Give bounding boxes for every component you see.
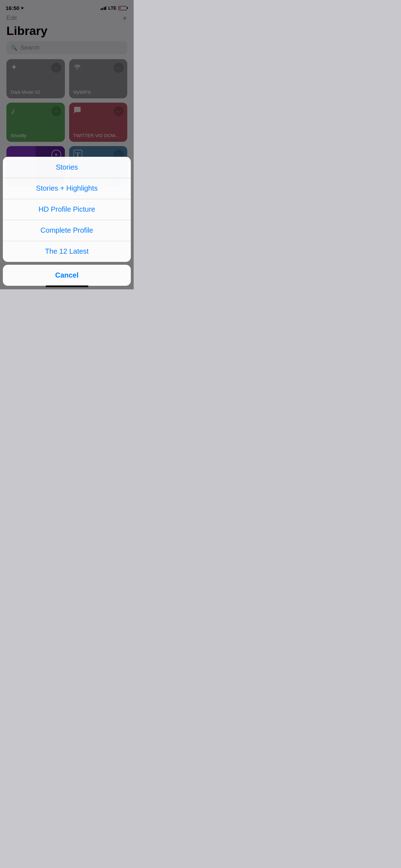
action-12-latest[interactable]: The 12 Latest [3, 241, 131, 262]
action-hd-profile[interactable]: HD Profile Picture [3, 199, 131, 220]
action-label-complete-profile: Complete Profile [41, 226, 93, 234]
cancel-label: Cancel [55, 271, 79, 279]
action-label-stories-highlights: Stories + Highlights [36, 184, 98, 192]
home-indicator [46, 285, 88, 287]
cancel-sheet: Cancel [3, 265, 131, 286]
action-stories[interactable]: Stories [3, 157, 131, 178]
action-label-hd-profile: HD Profile Picture [38, 205, 95, 213]
action-label-12-latest: The 12 Latest [45, 247, 88, 255]
bottom-sheet-container: Stories Stories + Highlights HD Profile … [0, 157, 134, 289]
action-complete-profile[interactable]: Complete Profile [3, 220, 131, 241]
action-sheet: Stories Stories + Highlights HD Profile … [3, 157, 131, 262]
action-label-stories: Stories [56, 163, 78, 171]
action-stories-highlights[interactable]: Stories + Highlights [3, 178, 131, 199]
cancel-button[interactable]: Cancel [3, 265, 131, 286]
